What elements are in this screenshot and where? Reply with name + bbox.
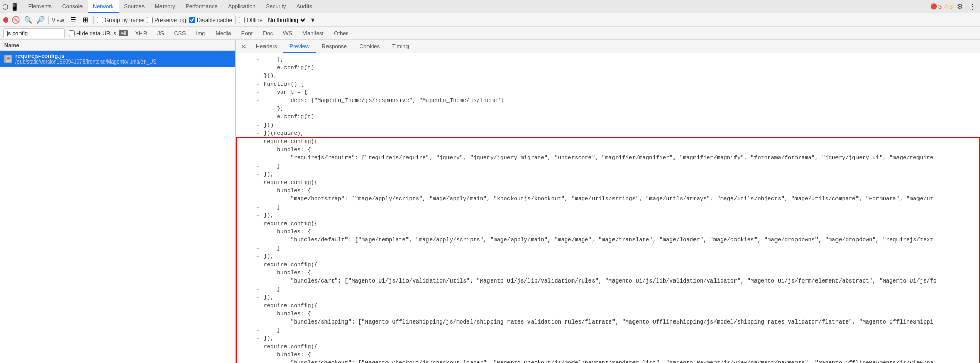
line-expand[interactable]: – [254, 55, 261, 64]
search-button[interactable]: 🔎 [36, 15, 45, 25]
line-number [236, 334, 254, 342]
line-expand[interactable]: – [254, 236, 261, 244]
line-expand[interactable]: – [254, 64, 261, 72]
offline-checkbox[interactable] [239, 17, 245, 23]
tab-security[interactable]: Security [260, 0, 291, 13]
line-expand[interactable]: – [254, 342, 261, 351]
line-number [236, 301, 254, 310]
line-expand[interactable]: – [254, 80, 261, 88]
group-by-frame-checkbox[interactable] [97, 17, 103, 23]
line-expand[interactable]: – [254, 244, 261, 252]
line-number [236, 351, 254, 359]
more-icon[interactable]: ⋮ [967, 3, 978, 10]
line-expand[interactable]: – [254, 260, 261, 269]
line-expand[interactable]: – [254, 334, 261, 342]
line-expand[interactable]: – [254, 252, 261, 260]
line-expand[interactable]: – [254, 301, 261, 310]
line-expand[interactable]: – [254, 351, 261, 359]
line-expand[interactable]: – [254, 88, 261, 96]
line-expand[interactable]: – [254, 269, 261, 277]
line-expand[interactable]: – [254, 277, 261, 285]
line-expand[interactable]: – [254, 170, 261, 178]
line-expand[interactable]: – [254, 318, 261, 326]
line-expand[interactable]: – [254, 326, 261, 334]
tab-audits[interactable]: Audits [291, 0, 317, 13]
line-expand[interactable]: – [254, 154, 261, 162]
filter-css[interactable]: CSS [171, 29, 189, 37]
line-expand[interactable]: – [254, 129, 261, 137]
view-large-button[interactable]: ⊞ [81, 15, 90, 25]
line-expand[interactable]: – [254, 146, 261, 154]
line-content: }() [261, 121, 274, 129]
line-expand[interactable]: – [254, 105, 261, 113]
settings-icon[interactable]: ⚙ [955, 3, 965, 10]
file-item[interactable]: requirejs-config.js /pub/static/version1… [0, 51, 235, 67]
filter-button[interactable]: 🔍 [24, 15, 33, 25]
filter-other[interactable]: Other [331, 29, 352, 37]
subtab-timing[interactable]: Timing [386, 40, 415, 53]
line-number [236, 105, 254, 113]
line-expand[interactable]: – [254, 203, 261, 211]
line-number [236, 64, 254, 72]
code-line: – e.config(t) [236, 113, 980, 121]
line-expand[interactable]: – [254, 121, 261, 129]
line-number [236, 342, 254, 351]
subtab-response[interactable]: Response [316, 40, 354, 53]
line-expand[interactable]: – [254, 187, 261, 195]
record-button[interactable] [3, 17, 8, 23]
tab-application[interactable]: Application [223, 0, 261, 13]
subtab-preview[interactable]: Preview [283, 40, 316, 53]
subtabs-close[interactable]: ✕ [238, 43, 250, 50]
line-expand[interactable]: – [254, 228, 261, 236]
left-panel-header: Name [0, 40, 235, 51]
search-input[interactable] [3, 28, 65, 38]
group-by-frame-label: Group by frame [105, 17, 144, 23]
line-expand[interactable]: – [254, 72, 261, 80]
filter-ws[interactable]: WS [280, 29, 295, 37]
line-expand[interactable]: – [254, 359, 261, 363]
device-icon[interactable]: 📱 [10, 3, 19, 11]
filter-img[interactable]: Img [193, 29, 208, 37]
line-expand[interactable]: – [254, 285, 261, 293]
line-expand[interactable]: – [254, 211, 261, 219]
subtab-cookies[interactable]: Cookies [353, 40, 386, 53]
inspect-icon[interactable]: ⬡ [2, 3, 8, 11]
preserve-log-checkbox[interactable] [147, 17, 153, 23]
code-area[interactable]: – };– e.config(t)–}(),–function() {– var… [236, 53, 980, 363]
line-expand[interactable]: – [254, 178, 261, 187]
filter-media[interactable]: Media [213, 29, 234, 37]
line-expand[interactable]: – [254, 113, 261, 121]
line-expand[interactable]: – [254, 219, 261, 228]
line-expand[interactable]: – [254, 162, 261, 170]
filter-doc[interactable]: Doc [260, 29, 276, 37]
filter-manifest[interactable]: Manifest [299, 29, 327, 37]
line-expand[interactable]: – [254, 293, 261, 301]
throttling-dropdown-icon[interactable]: ▼ [310, 17, 316, 23]
line-expand[interactable]: – [254, 137, 261, 146]
sep1 [48, 16, 49, 24]
disable-cache-checkbox[interactable] [189, 17, 195, 23]
view-list-button[interactable]: ☰ [69, 15, 78, 25]
hide-data-urls-checkbox[interactable] [69, 30, 75, 36]
filter-js[interactable]: JS [154, 29, 167, 37]
line-content: } [261, 203, 280, 211]
throttling-select[interactable]: No throttling [266, 16, 307, 24]
line-content: bundles: { [261, 146, 311, 154]
offline-group: Offline [239, 17, 263, 23]
tab-memory[interactable]: Memory [150, 0, 180, 13]
code-line: – } [236, 285, 980, 293]
tab-performance[interactable]: Performance [180, 0, 223, 13]
tab-sources[interactable]: Sources [119, 0, 150, 13]
filter-font[interactable]: Font [238, 29, 256, 37]
clear-button[interactable]: 🚫 [11, 15, 21, 25]
line-expand[interactable]: – [254, 310, 261, 318]
filter-xhr[interactable]: XHR [132, 29, 150, 37]
code-line: –require.config({ [236, 342, 980, 351]
tab-network[interactable]: Network [88, 0, 118, 13]
tab-elements[interactable]: Elements [23, 0, 57, 13]
code-line: –require.config({ [236, 137, 980, 146]
tab-console[interactable]: Console [57, 0, 88, 13]
line-expand[interactable]: – [254, 96, 261, 105]
line-expand[interactable]: – [254, 195, 261, 203]
subtab-headers[interactable]: Headers [250, 40, 283, 53]
